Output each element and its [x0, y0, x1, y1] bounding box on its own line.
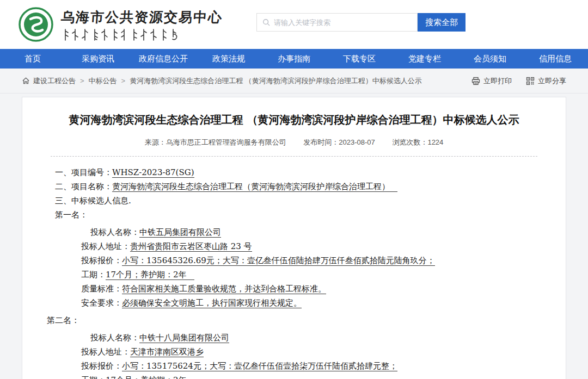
bidder-price-value: 小写：135645326.69元；大写：壹亿叁仟伍佰陆拾肆万伍仟叁佰贰拾陆元陆角… — [122, 256, 435, 266]
nav-item-downloads[interactable]: 下载专区 — [327, 49, 392, 69]
project-number-value: WHSZ-2023-87(SG) — [112, 167, 194, 178]
bidder2-address-line: 投标人地址：天津市津南区双港乡 — [81, 345, 566, 359]
candidates-heading: 三、中标候选人信息. — [55, 194, 566, 208]
home-icon — [22, 77, 30, 85]
project-number-line: 一、项目编号：WHSZ-2023-87(SG) — [55, 165, 566, 179]
print-button[interactable]: 立即打印 — [471, 76, 512, 86]
site-logo — [19, 7, 53, 42]
breadcrumb: 建设工程公告 > 中标公告 > 黄河海勃湾滨河段生态综合治理工程 （黄河海勃湾滨… — [22, 76, 471, 86]
site-header: 乌海市公共资源交易中心 — [0, 0, 588, 49]
bidder-duration-value: 17个月；养护期：2年 — [106, 375, 194, 379]
nav-item-home[interactable]: 首页 — [0, 49, 65, 69]
bidder-price-label: 投标报价： — [81, 361, 122, 371]
bidder-quality-label: 质量标准： — [81, 284, 122, 294]
bidder-safety-value: 必须确保安全文明施工，执行国家现行相关规定。 — [122, 298, 302, 308]
project-name-value: 黄河海勃湾滨河段生态综合治理工程（黄河海勃湾滨河段护岸综合治理工程） — [112, 182, 397, 192]
bidder1-quality-line: 质量标准：符合国家相关施工质量验收规范，并达到合格工程标准。 — [81, 282, 566, 296]
bidder-name-label: 投标人名称： — [90, 227, 139, 237]
bidder-price-label: 投标报价： — [81, 256, 122, 265]
share-button[interactable]: 立即分享 — [526, 76, 566, 86]
nav-item-party-building[interactable]: 党建专栏 — [392, 49, 457, 69]
bidder-price-value: 小写：135175624元；大写：壹亿叁仟伍佰壹拾柒万伍仟陆佰贰拾肆元整； — [122, 361, 397, 371]
meta-publish-date: 发布时间：2023-08-07 — [303, 138, 375, 146]
bidder-address-value: 贵州省贵阳市云岩区枣山路 23 号 — [130, 241, 252, 252]
bidder1-address-line: 投标人地址：贵州省贵阳市云岩区枣山路 23 号 — [81, 239, 566, 253]
nav-item-member-notice[interactable]: 会员须知 — [457, 49, 523, 69]
mongolian-script-decoration — [61, 28, 186, 41]
share-label: 立即分享 — [538, 76, 566, 86]
project-name-line: 二、项目名称：黄河海勃湾滨河段生态综合治理工程（黄河海勃湾滨河段护岸综合治理工程… — [55, 179, 566, 194]
search-input[interactable] — [274, 18, 412, 27]
project-name-label: 二、项目名称： — [55, 182, 112, 191]
nav-item-guide[interactable]: 办事指南 — [261, 49, 327, 69]
bidder1-safety-line: 安全要求：必须确保安全文明施工，执行国家现行相关规定。 — [81, 296, 566, 310]
bidder1-duration-line: 工期：17个月；养护期：2年 — [81, 268, 566, 282]
nav-item-credit-info[interactable]: 信用信息 — [523, 49, 588, 69]
bidder-address-label: 投标人地址： — [81, 347, 130, 357]
bidder-address-value: 天津市津南区双港乡 — [130, 347, 204, 357]
meta-source: 来源：乌海市思正工程管理咨询服务有限公司 — [145, 138, 286, 146]
bidder1-name-line: 投标人名称：中铁五局集团有限公司 — [90, 225, 566, 239]
bidder2-rank: 第二名： — [47, 313, 566, 327]
bidder-duration-label: 工期： — [81, 270, 106, 279]
bidder-safety-label: 安全要求： — [81, 298, 122, 308]
bidder-duration-label: 工期： — [81, 375, 106, 379]
nav-item-gov-info[interactable]: 政府信息公开 — [131, 49, 196, 69]
breadcrumb-bar: 建设工程公告 > 中标公告 > 黄河海勃湾滨河段生态综合治理工程 （黄河海勃湾滨… — [0, 69, 588, 94]
bidder2-name-line: 投标人名称：中铁十八局集团有限公司 — [90, 331, 566, 345]
bidder1-price-line: 投标报价：小写：135645326.69元；大写：壹亿叁仟伍佰陆拾肆万伍仟叁佰贰… — [81, 253, 566, 268]
meta-view-count: 浏览次数：1224 — [392, 138, 443, 146]
search-box — [256, 13, 418, 32]
announcement-meta: 来源：乌海市思正工程管理咨询服务有限公司 发布时间：2023-08-07 浏览次… — [22, 138, 566, 147]
bidder1-rank: 第一名： — [55, 208, 566, 222]
nav-item-policies[interactable]: 政策法规 — [196, 49, 261, 69]
bidder-duration-value: 17个月；养护期：2年 — [106, 270, 194, 280]
announcement-body: 一、项目编号：WHSZ-2023-87(SG) 二、项目名称：黄河海勃湾滨河段生… — [22, 165, 566, 379]
bidder-address-label: 投标人地址： — [81, 241, 130, 251]
printer-icon — [471, 77, 480, 85]
announcement-title: 黄河海勃湾滨河段生态综合治理工程 （黄河海勃湾滨河段护岸综合治理工程）中标候选人… — [22, 111, 566, 128]
qr-share-icon — [526, 77, 535, 85]
print-label: 立即打印 — [483, 76, 512, 86]
breadcrumb-separator: > — [80, 77, 84, 85]
bidder-quality-value: 符合国家相关施工质量验收规范，并达到合格工程标准。 — [122, 284, 326, 294]
breadcrumb-item-construction-notices[interactable]: 建设工程公告 — [33, 76, 76, 86]
bidder2-duration-line: 工期：17个月；养护期：2年 — [81, 373, 566, 379]
bidder-name-value: 中铁十八局集团有限公司 — [139, 333, 229, 343]
search-icon — [262, 18, 270, 26]
bidder-name-label: 投标人名称： — [90, 333, 139, 343]
breadcrumb-current-page: 黄河海勃湾滨河段生态综合治理工程 （黄河海勃湾滨河段护岸综合治理工程）中标候选人… — [130, 76, 422, 86]
meta-divider — [51, 156, 537, 157]
site-title: 乌海市公共资源交易中心 — [60, 8, 223, 26]
nav-item-procurement-news[interactable]: 采购资讯 — [65, 49, 131, 69]
search-all-button[interactable]: 搜索全部 — [418, 13, 465, 32]
announcement-card: 黄河海勃湾滨河段生态综合治理工程 （黄河海勃湾滨河段护岸综合治理工程）中标候选人… — [22, 97, 566, 379]
bidder2-price-line: 投标报价：小写：135175624元；大写：壹亿叁仟伍佰壹拾柒万伍仟陆佰贰拾肆元… — [81, 359, 566, 373]
bidder-name-value: 中铁五局集团有限公司 — [139, 227, 221, 238]
project-number-label: 一、项目编号： — [55, 167, 112, 177]
breadcrumb-item-award-notices[interactable]: 中标公告 — [89, 76, 117, 86]
breadcrumb-separator: > — [121, 77, 126, 85]
main-nav: 首页 采购资讯 政府信息公开 政策法规 办事指南 下载专区 党建专栏 会员须知 … — [0, 49, 588, 69]
